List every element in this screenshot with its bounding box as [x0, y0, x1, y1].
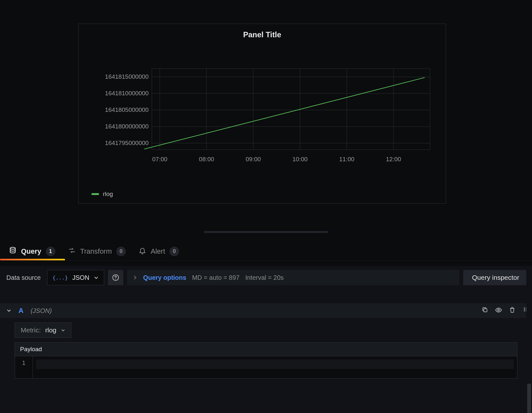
editor-active-line: [36, 359, 514, 369]
editor-body[interactable]: [33, 356, 517, 378]
query-toolbar: Data source {...} JSON Query options MD …: [0, 266, 532, 289]
svg-point-28: [524, 308, 525, 308]
svg-text:1641815000000: 1641815000000: [105, 73, 149, 80]
legend-swatch: [91, 193, 99, 195]
chart-svg: 1641795000000164180000000016418050000001…: [88, 62, 436, 170]
query-ref-id[interactable]: A: [18, 307, 24, 315]
chart-legend[interactable]: rlog: [91, 191, 113, 198]
vertical-scrollbar[interactable]: [526, 266, 532, 413]
duplicate-query-icon[interactable]: [482, 307, 488, 315]
editor-tabs: Query1Transform0Alert0: [0, 242, 532, 261]
svg-point-27: [498, 309, 500, 311]
query-datasource-name: (JSON): [31, 307, 52, 315]
tab-alert[interactable]: Alert0: [139, 242, 179, 260]
query-options-link[interactable]: Query options: [143, 274, 186, 281]
svg-text:1641810000000: 1641810000000: [105, 90, 149, 97]
datasource-help-button[interactable]: [108, 270, 123, 285]
svg-point-25: [115, 279, 116, 279]
chart-area[interactable]: 1641795000000164180000000016418050000001…: [88, 62, 436, 170]
bell-icon: [139, 247, 146, 256]
tab-label: Alert: [151, 247, 165, 256]
json-ds-icon: {...}: [53, 275, 68, 281]
svg-text:07:00: 07:00: [152, 156, 167, 163]
query-row-header: A (JSON): [0, 303, 532, 318]
tab-label: Transform: [80, 247, 112, 256]
svg-rect-11: [152, 69, 430, 150]
query-row-actions: [482, 307, 528, 315]
help-icon: [112, 274, 119, 281]
chart-panel: Panel Title 1641795000000164180000000016…: [78, 24, 446, 204]
editor-gutter: 1: [15, 356, 33, 378]
metric-value: rlog: [45, 326, 56, 334]
metric-picker[interactable]: Metric: rlog: [15, 322, 71, 338]
tab-count-badge: 1: [46, 247, 55, 256]
query-area: Data source {...} JSON Query options MD …: [0, 266, 532, 413]
query-options-bar: Query options MD = auto = 897 Interval =…: [127, 270, 459, 285]
svg-point-23: [10, 247, 15, 249]
legend-label: rlog: [103, 191, 113, 198]
metric-prefix: Metric:: [21, 326, 41, 334]
tab-count-badge: 0: [169, 247, 179, 256]
tab-count-badge: 0: [116, 247, 126, 256]
payload-editor[interactable]: 1: [15, 356, 517, 379]
svg-text:10:00: 10:00: [292, 156, 307, 163]
svg-text:1641795000000: 1641795000000: [105, 140, 149, 146]
metric-row: Metric: rlog: [0, 318, 532, 342]
payload-header: Payload: [15, 342, 517, 356]
svg-text:12:00: 12:00: [386, 156, 401, 163]
tab-label: Query: [21, 247, 41, 256]
tab-transform[interactable]: Transform0: [68, 242, 126, 260]
query-inspector-button[interactable]: Query inspector: [463, 270, 528, 285]
transform-icon: [68, 247, 76, 256]
delete-query-icon[interactable]: [509, 307, 515, 315]
query-options-md: MD = auto = 897: [192, 274, 240, 281]
chevron-down-icon: [61, 328, 65, 332]
toggle-visibility-icon[interactable]: [495, 307, 502, 315]
tab-query[interactable]: Query1: [9, 242, 55, 260]
svg-point-30: [524, 309, 525, 310]
query-options-interval: Interval = 20s: [245, 274, 284, 281]
svg-text:1641805000000: 1641805000000: [105, 106, 149, 113]
collapse-query-icon[interactable]: [6, 307, 11, 315]
panel-title: Panel Title: [79, 24, 446, 39]
svg-text:11:00: 11:00: [339, 156, 354, 163]
svg-point-32: [524, 310, 525, 311]
svg-text:08:00: 08:00: [199, 156, 214, 163]
svg-text:09:00: 09:00: [246, 156, 261, 163]
database-icon: [9, 247, 17, 256]
app-root: Panel Title 1641795000000164180000000016…: [0, 0, 532, 413]
datasource-label: Data source: [4, 274, 43, 281]
datasource-value: JSON: [72, 274, 89, 281]
datasource-picker[interactable]: {...} JSON: [47, 270, 104, 285]
chevron-right-icon[interactable]: [133, 274, 137, 281]
svg-text:1641800000000: 1641800000000: [105, 123, 149, 130]
panel-resize-handle[interactable]: [204, 231, 328, 233]
chevron-down-icon: [94, 275, 99, 280]
svg-rect-26: [484, 308, 487, 312]
payload-section: Payload 1: [0, 342, 532, 379]
line-number: 1: [22, 359, 25, 366]
